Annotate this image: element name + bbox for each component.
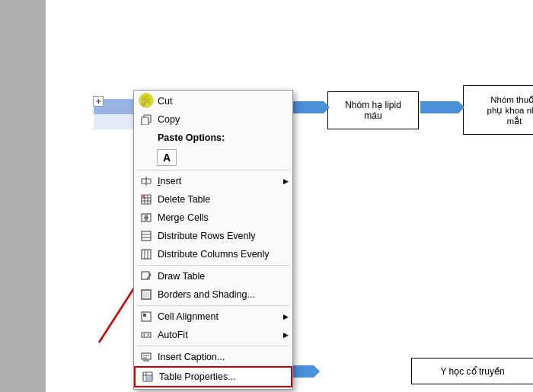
menu-item-insert-caption[interactable]: Insert Caption... [134, 348, 292, 366]
flow-box1: Nhóm hạ lipid máu [327, 91, 419, 129]
menu-item-merge-cells[interactable]: Merge Cells [134, 209, 292, 227]
insert-icon [139, 174, 154, 188]
svg-rect-44 [143, 314, 146, 317]
separator4 [137, 346, 289, 346]
flow-arrow2 [420, 101, 458, 113]
bottom-flow-box2: Y học cổ truyền [411, 358, 533, 384]
menu-item-delete-table[interactable]: Delete Table [134, 190, 292, 209]
paste-a-button[interactable]: A [157, 149, 177, 166]
svg-rect-42 [143, 292, 149, 298]
svg-rect-53 [147, 376, 152, 381]
paste-header-icon [139, 131, 154, 145]
separator2 [137, 265, 289, 266]
cell-alignment-icon [139, 310, 154, 323]
menu-item-copy[interactable]: Copy [134, 110, 292, 129]
document-page: ✛ Nhóm hạ lipid máu Nhóm thuốc phụ khoa … [46, 0, 533, 392]
menu-item-insert[interactable]: Insert [134, 172, 292, 190]
svg-rect-37 [142, 250, 151, 259]
copy-icon [139, 113, 154, 126]
separator1 [137, 170, 289, 171]
flow-box2: Nhóm thuốc phụ khoa nhỏ mắt [463, 85, 533, 135]
context-menu: Cut Copy Paste Options: A [133, 90, 293, 390]
svg-marker-32 [144, 216, 145, 219]
svg-marker-33 [147, 216, 148, 219]
doc-left-margin [0, 0, 46, 392]
separator3 [137, 305, 289, 306]
distribute-cols-icon [139, 247, 154, 261]
draw-table-icon [139, 269, 154, 283]
table-props-icon [140, 370, 155, 384]
menu-item-cell-alignment[interactable]: Cell Alignment [134, 308, 292, 326]
autofit-icon [139, 328, 154, 342]
distribute-rows-icon [139, 229, 154, 243]
menu-item-draw-table[interactable]: Draw Table [134, 267, 292, 285]
svg-rect-40 [142, 272, 149, 279]
menu-item-table-properties[interactable]: Table Properties... [134, 366, 292, 387]
menu-item-paste-header: Paste Options: [134, 129, 292, 147]
paste-options-box: A [134, 147, 292, 168]
insert-caption-icon [139, 350, 154, 364]
svg-rect-20 [142, 117, 148, 125]
menu-item-autofit[interactable]: AutoFit [134, 326, 292, 344]
svg-rect-45 [142, 333, 151, 337]
menu-item-distribute-cols[interactable]: Distribute Columns Evenly [134, 245, 292, 263]
menu-item-distribute-rows[interactable]: Distribute Rows Evenly [134, 227, 292, 245]
svg-rect-34 [142, 231, 151, 241]
table-move-handle[interactable]: ✛ [93, 96, 104, 107]
borders-icon [139, 288, 154, 301]
merge-cells-icon [139, 211, 154, 225]
menu-item-cut[interactable]: Cut [134, 92, 292, 110]
svg-rect-46 [142, 353, 151, 359]
delete-table-icon [139, 193, 154, 206]
menu-item-borders[interactable]: Borders and Shading... [134, 285, 292, 304]
